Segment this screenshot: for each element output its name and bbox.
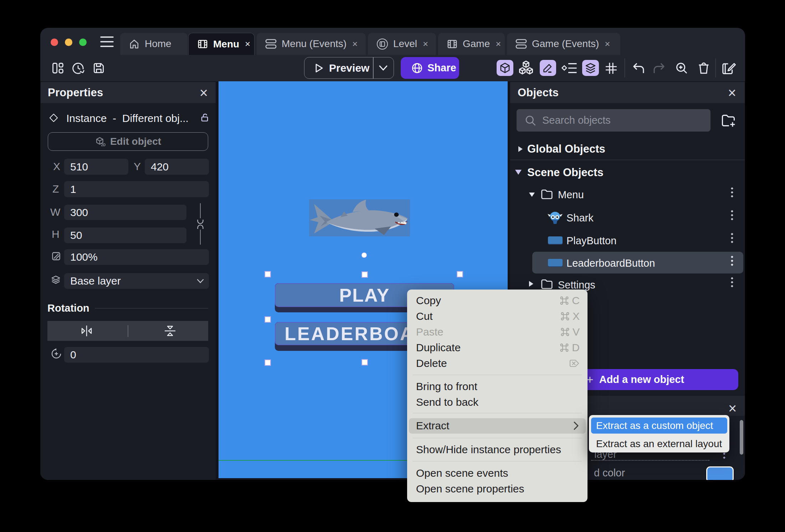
svg-text:2D: 2D (101, 143, 106, 147)
